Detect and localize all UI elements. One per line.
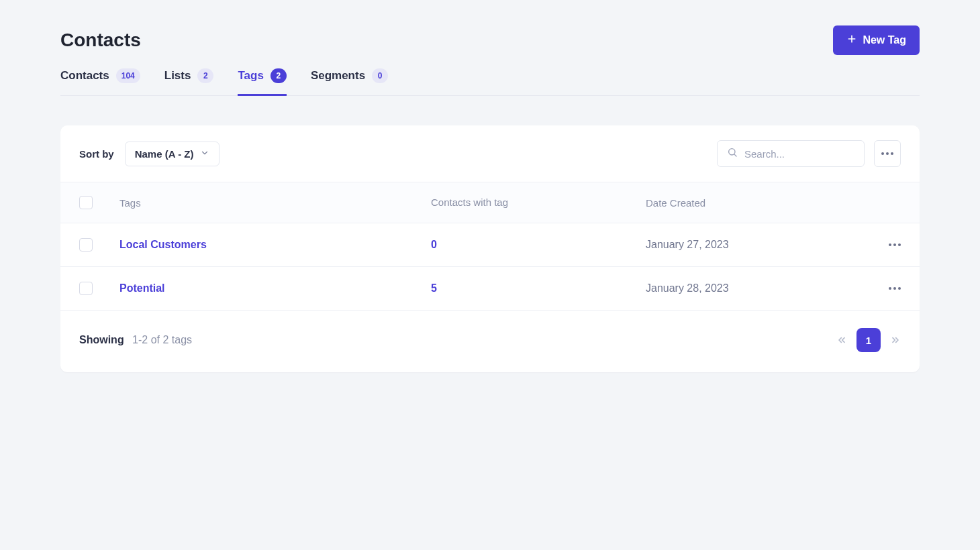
ellipsis-icon — [889, 287, 901, 290]
tab-tags[interactable]: Tags 2 — [238, 60, 286, 96]
row-actions-button[interactable] — [861, 243, 901, 246]
column-header-date: Date Created — [646, 197, 861, 209]
tag-contact-count: 5 — [431, 282, 646, 294]
tag-name-link[interactable]: Potential — [119, 282, 165, 294]
ellipsis-icon — [889, 243, 901, 246]
row-checkbox[interactable] — [79, 238, 93, 252]
tag-date-created: January 27, 2023 — [646, 239, 861, 251]
tabs: Contacts 104 Lists 2 Tags 2 Segments 0 — [60, 60, 920, 96]
sort-by-label: Sort by — [79, 148, 114, 160]
chevron-down-icon — [200, 148, 209, 160]
column-header-tags: Tags — [119, 197, 431, 209]
showing-label: Showing — [79, 334, 124, 345]
tab-segments[interactable]: Segments 0 — [311, 60, 388, 96]
sort-dropdown[interactable]: Name (A - Z) — [125, 142, 220, 166]
pagination-page-current[interactable]: 1 — [856, 328, 881, 352]
tab-label: Tags — [238, 69, 263, 82]
more-options-button[interactable] — [874, 140, 901, 167]
svg-point-2 — [729, 149, 735, 155]
table-header: Tags Contacts with tag Date Created — [60, 182, 920, 223]
pagination-first[interactable] — [836, 335, 847, 345]
new-tag-button-label: New Tag — [863, 34, 906, 46]
tab-lists[interactable]: Lists 2 — [164, 60, 214, 96]
table-row: Local Customers 0 January 27, 2023 — [60, 223, 920, 267]
pagination-last[interactable] — [890, 335, 901, 345]
search-box[interactable] — [717, 140, 865, 167]
svg-line-3 — [734, 154, 736, 156]
new-tag-button[interactable]: New Tag — [833, 25, 920, 55]
tab-contacts[interactable]: Contacts 104 — [60, 60, 140, 96]
tag-contact-count: 0 — [431, 239, 646, 251]
tag-date-created: January 28, 2023 — [646, 282, 861, 294]
select-all-checkbox[interactable] — [79, 196, 93, 209]
row-actions-button[interactable] — [861, 287, 901, 290]
showing-text: Showing 1-2 of 2 tags — [79, 334, 192, 346]
ellipsis-icon — [881, 152, 893, 155]
row-checkbox[interactable] — [79, 282, 93, 295]
tab-count-badge: 0 — [372, 68, 388, 83]
tab-label: Segments — [311, 69, 365, 82]
column-header-contacts: Contacts with tag — [431, 196, 525, 209]
tab-count-badge: 104 — [116, 68, 140, 83]
search-icon — [727, 147, 738, 160]
tab-label: Contacts — [60, 69, 109, 82]
showing-range: 1-2 of 2 tags — [132, 334, 192, 345]
pagination: 1 — [836, 328, 901, 352]
tag-name-link[interactable]: Local Customers — [119, 239, 207, 250]
plus-icon — [846, 34, 857, 47]
table-row: Potential 5 January 28, 2023 — [60, 267, 920, 311]
tags-card: Sort by Name (A - Z) — [60, 125, 920, 372]
tab-label: Lists — [164, 69, 191, 82]
tab-count-badge: 2 — [271, 68, 287, 83]
page-title: Contacts — [60, 30, 141, 51]
tab-count-badge: 2 — [197, 68, 213, 83]
sort-selected-value: Name (A - Z) — [135, 148, 194, 160]
search-input[interactable] — [744, 148, 854, 160]
